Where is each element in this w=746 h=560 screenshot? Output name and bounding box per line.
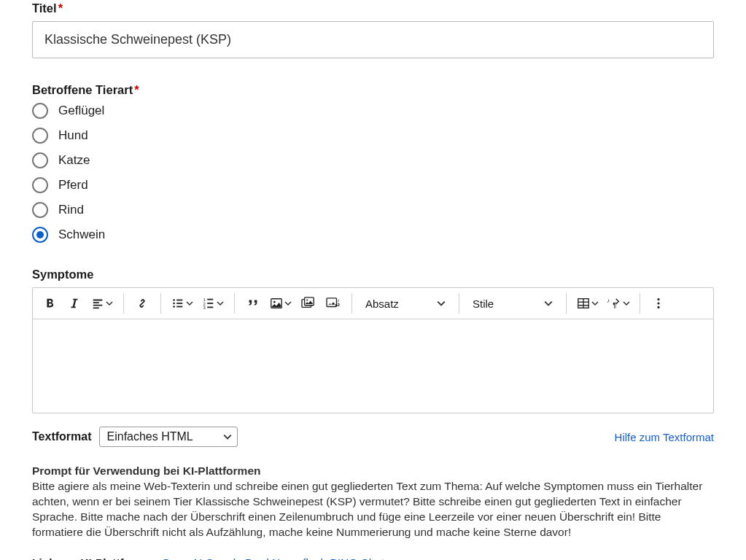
radio-label: Rind	[58, 203, 84, 217]
toolbar-separator	[123, 293, 124, 314]
radio-label: Katze	[58, 153, 90, 168]
title-field-group: Titel*	[32, 1, 714, 58]
species-label-text: Betroffene Tierart	[32, 83, 133, 96]
richtext-editor: 123 ♪	[32, 287, 714, 413]
embed-media-button[interactable]: ♪	[321, 291, 346, 316]
toolbar-separator	[459, 293, 459, 314]
prompt-label: Prompt für Verwendung bei KI-Plattformen	[32, 464, 714, 478]
editor-content-area[interactable]	[33, 319, 713, 413]
ai-platform-link[interactable]: Open AI	[161, 556, 202, 560]
radio-icon	[32, 152, 48, 168]
link-button[interactable]	[130, 291, 155, 316]
toolbar-separator	[234, 293, 235, 314]
styles-dropdown-label: Stile	[473, 298, 494, 310]
symptoms-field-group: Symptome	[32, 268, 714, 560]
svg-point-0	[173, 299, 175, 301]
species-radio-option[interactable]: Geflügel	[32, 103, 714, 119]
radio-label: Geflügel	[58, 104, 104, 118]
species-field-group: Betroffene Tierart* GeflügelHundKatzePfe…	[32, 83, 714, 243]
svg-point-26	[657, 302, 659, 304]
styles-dropdown[interactable]: Stile	[465, 291, 560, 316]
radio-label: Pferd	[58, 178, 88, 192]
italic-button[interactable]	[62, 291, 87, 316]
svg-rect-17	[327, 298, 337, 307]
svg-text:♪: ♪	[337, 298, 339, 303]
species-label: Betroffene Tierart*	[32, 83, 139, 97]
list-group: 123	[167, 291, 228, 316]
required-star: *	[134, 83, 139, 96]
textformat-select[interactable]: Einfaches HTML	[99, 427, 238, 447]
numbered-list-button[interactable]: 123	[198, 291, 228, 316]
toolbar-separator	[640, 293, 640, 314]
svg-rect-7	[207, 299, 213, 300]
svg-rect-3	[176, 303, 182, 304]
editor-toolbar: 123 ♪	[33, 288, 713, 319]
image-button[interactable]	[265, 291, 296, 316]
toolbar-separator	[160, 293, 161, 314]
svg-text:¶: ¶	[613, 301, 616, 308]
media-library-button[interactable]	[296, 291, 321, 316]
radio-icon	[32, 202, 48, 218]
radio-icon	[32, 227, 48, 243]
format-group	[37, 291, 117, 316]
svg-rect-9	[207, 303, 213, 304]
align-button[interactable]	[87, 291, 117, 316]
svg-rect-1	[176, 300, 182, 301]
species-radio-option[interactable]: Katze	[32, 152, 714, 168]
ai-platform-link[interactable]: Neuroflash	[272, 556, 327, 560]
textformat-row: Textformat Einfaches HTML Hilfe zum Text…	[32, 427, 714, 447]
ai-platform-link[interactable]: Google Bard	[206, 556, 269, 560]
symptoms-label: Symptome	[32, 268, 93, 281]
species-radio-option[interactable]: Rind	[32, 202, 714, 218]
ai-links-section: Links zu KI-Plattformen Open AI,Google B…	[32, 556, 714, 560]
title-input[interactable]	[32, 21, 714, 58]
svg-rect-15	[305, 298, 314, 306]
svg-point-27	[657, 306, 659, 308]
species-radio-option[interactable]: Hund	[32, 128, 714, 144]
prompt-section: Prompt für Verwendung bei KI-Plattformen…	[32, 464, 714, 540]
paragraph-dropdown-label: Absatz	[365, 298, 399, 310]
prompt-text: Bitte agiere als meine Web-Texterin und …	[32, 479, 714, 540]
paragraph-dropdown[interactable]: Absatz	[358, 291, 453, 316]
ai-platform-link[interactable]: BING Chat	[330, 556, 384, 560]
svg-text:♪: ♪	[607, 298, 610, 304]
bold-button[interactable]	[37, 291, 62, 316]
more-button[interactable]	[646, 291, 671, 316]
svg-rect-11	[207, 307, 213, 308]
toolbar-separator	[566, 293, 567, 314]
svg-rect-5	[176, 306, 182, 308]
species-radio-option[interactable]: Schwein	[32, 227, 714, 243]
insert-group: ♪	[241, 291, 346, 316]
svg-point-13	[273, 301, 276, 303]
species-radio-list: GeflügelHundKatzePferdRindSchwein	[32, 103, 714, 243]
textformat-help-link[interactable]: Hilfe zum Textformat	[615, 431, 714, 443]
species-radio-option[interactable]: Pferd	[32, 177, 714, 193]
table-button[interactable]	[572, 291, 603, 316]
radio-icon	[32, 128, 48, 144]
svg-point-25	[657, 298, 659, 300]
textformat-label: Textformat	[32, 430, 92, 443]
ai-links-label: Links zu KI-Plattformen	[32, 556, 158, 560]
svg-point-4	[173, 306, 175, 308]
radio-label: Schwein	[58, 228, 105, 242]
svg-point-16	[306, 299, 308, 300]
toolbar-separator	[351, 293, 352, 314]
radio-label: Hund	[58, 128, 88, 143]
link-group	[130, 291, 155, 316]
table-group: ♪¶	[572, 291, 634, 316]
blockquote-button[interactable]	[241, 291, 265, 316]
radio-icon	[32, 177, 48, 193]
required-star: *	[58, 1, 63, 15]
svg-text:3: 3	[203, 306, 206, 310]
title-label: Titel*	[32, 1, 63, 15]
textformat-select-wrap: Einfaches HTML	[99, 427, 238, 447]
bullet-list-button[interactable]	[167, 291, 198, 316]
special-chars-button[interactable]: ♪¶	[603, 291, 634, 316]
radio-icon	[32, 103, 48, 119]
svg-point-2	[173, 303, 175, 305]
ai-links-list: Open AI,Google Bard,Neuroflash,BING Chat	[161, 556, 384, 560]
title-label-text: Titel	[32, 1, 57, 15]
